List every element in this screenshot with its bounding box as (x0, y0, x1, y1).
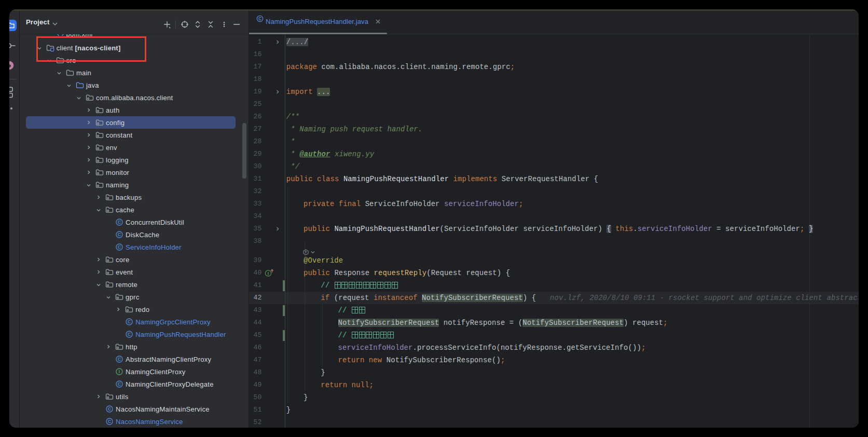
svg-text:C: C (128, 319, 131, 324)
svg-text:C: C (118, 220, 121, 225)
svg-text:C: C (258, 16, 261, 21)
svg-text:C: C (108, 419, 112, 424)
svg-text:C: C (118, 357, 121, 362)
svg-text:C: C (128, 332, 131, 337)
svg-text:C: C (118, 232, 121, 237)
svg-text:I: I (119, 369, 120, 374)
svg-text:C: C (118, 381, 121, 387)
svg-text:C: C (108, 406, 112, 412)
svg-text:C: C (118, 244, 121, 250)
svg-text:I: I (267, 271, 268, 276)
